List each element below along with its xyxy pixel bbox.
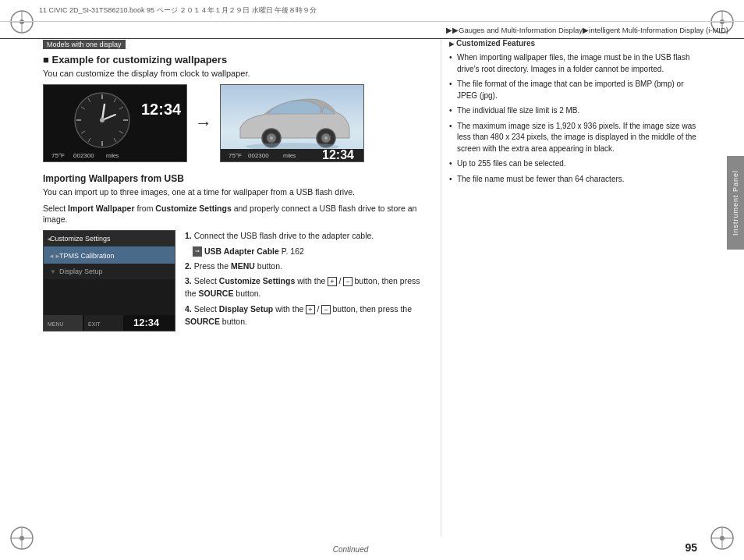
step-3-text: Select Customize Settings with the + / −… xyxy=(185,276,420,298)
step-3: 3. Select Customize Settings with the + … xyxy=(185,275,425,300)
page-number: 95 xyxy=(685,541,697,554)
svg-point-43 xyxy=(324,136,328,140)
clock-display-box: 12:34 75°F 002300 miles xyxy=(43,84,187,162)
desc2-part2: from xyxy=(134,204,155,213)
step-2-text: Press the MENU button. xyxy=(194,261,282,271)
svg-text:miles: miles xyxy=(283,153,296,158)
breadcrumb-text: ▶▶Gauges and Multi-Information Display▶i… xyxy=(446,26,728,34)
main-content: Models with one display ■ Example for cu… xyxy=(43,39,701,537)
left-column: Models with one display ■ Example for cu… xyxy=(43,39,425,537)
svg-text:◄►: ◄► xyxy=(48,253,61,260)
svg-point-40 xyxy=(270,136,273,140)
step-4-text: Select Display Setup with the + / − butt… xyxy=(185,304,412,326)
car-display-box: 75°F 002300 miles 12:34 xyxy=(220,84,364,162)
customized-header: Customized Features xyxy=(449,39,701,48)
svg-text:MENU: MENU xyxy=(48,321,64,327)
svg-text:Display Setup: Display Setup xyxy=(59,268,103,275)
step-2: 2. Press the MENU button. xyxy=(185,261,425,273)
svg-text:12:34: 12:34 xyxy=(141,101,182,118)
step-4-number: 4. xyxy=(185,304,192,314)
usb-ref-icon: ⇒ xyxy=(193,246,202,257)
svg-text:miles: miles xyxy=(106,153,119,158)
desc2-part1: Select xyxy=(43,204,68,213)
section-title: ■ Example for customizing wallpapers xyxy=(43,54,425,66)
bullet-item: Up to 255 files can be selected. xyxy=(449,158,701,170)
steps-list: 1. Connect the USB flash drive to the ad… xyxy=(185,230,425,331)
bullet-item: The maximum image size is 1,920 x 936 pi… xyxy=(449,121,701,155)
step-1-ref-text: USB Adapter Cable P. 162 xyxy=(204,246,304,258)
breadcrumb: ▶▶Gauges and Multi-Information Display▶i… xyxy=(0,22,744,39)
corner-decoration-br xyxy=(708,524,736,552)
step-3-number: 3. xyxy=(185,276,192,285)
bullet-item: The file name must be fewer than 64 char… xyxy=(449,174,701,186)
svg-text:Customize Settings: Customize Settings xyxy=(50,235,111,243)
svg-text:12:34: 12:34 xyxy=(322,148,354,161)
bullet-item: The file format of the image that can be… xyxy=(449,79,701,101)
file-info: 11 CIVIC 2D_SI-31TS86210.book 95 ページ ２０１… xyxy=(39,5,317,16)
svg-text:▼: ▼ xyxy=(50,268,56,275)
clock-display: 12:34 75°F 002300 miles xyxy=(44,85,186,161)
import-title: Importing Wallpapers from USB xyxy=(43,173,425,184)
right-column: Customized Features When importing wallp… xyxy=(441,39,701,537)
svg-text:75°F: 75°F xyxy=(51,152,65,159)
svg-point-32 xyxy=(100,118,105,122)
models-badge: Models with one display xyxy=(43,40,126,49)
continued-text: Continued xyxy=(333,545,369,554)
svg-text:002300: 002300 xyxy=(248,152,269,159)
bullet-item: The individual file size limit is 2 MB. xyxy=(449,105,701,117)
svg-text:◄: ◄ xyxy=(46,236,52,243)
step-1-ref: ⇒ USB Adapter Cable P. 162 xyxy=(185,246,425,258)
bottom-bar: Continued xyxy=(0,545,701,554)
import-area: Customize Settings ◄ TPMS Calibration ◄►… xyxy=(43,230,425,331)
desc2-bold2: Customize Settings xyxy=(155,204,231,213)
svg-text:EXIT: EXIT xyxy=(88,321,101,327)
svg-text:12:34: 12:34 xyxy=(133,317,160,328)
wallpaper-demo: 12:34 75°F 002300 miles → xyxy=(43,84,425,162)
desc2-bold1: Import Wallpaper xyxy=(68,204,134,213)
svg-text:75°F: 75°F xyxy=(229,152,242,159)
settings-screen: Customize Settings ◄ TPMS Calibration ◄►… xyxy=(43,230,175,331)
svg-text:TPMS Calibration: TPMS Calibration xyxy=(59,252,115,260)
tab-label: Instrument Panel xyxy=(732,170,739,236)
bullet-item: When importing wallpaper files, the imag… xyxy=(449,52,701,75)
import-desc2: Select Import Wallpaper from Customize S… xyxy=(43,203,425,225)
step-1: 1. Connect the USB flash drive to the ad… xyxy=(185,230,425,243)
step-4: 4. Select Display Setup with the + / − b… xyxy=(185,303,425,328)
bullet-list: When importing wallpaper files, the imag… xyxy=(449,52,701,185)
step-1-number: 1. xyxy=(185,231,192,240)
instrument-panel-tab: Instrument Panel xyxy=(727,156,744,250)
step-2-number: 2. xyxy=(185,261,192,271)
import-desc1: You can import up to three images, one a… xyxy=(43,186,425,198)
section-subtitle: You can customize the display from clock… xyxy=(43,69,425,78)
arrow-symbol: → xyxy=(195,113,212,133)
top-bar: 11 CIVIC 2D_SI-31TS86210.book 95 ページ ２０１… xyxy=(0,0,744,22)
svg-text:002300: 002300 xyxy=(73,152,94,159)
step-1-text: Connect the USB flash drive to the adapt… xyxy=(194,231,374,240)
